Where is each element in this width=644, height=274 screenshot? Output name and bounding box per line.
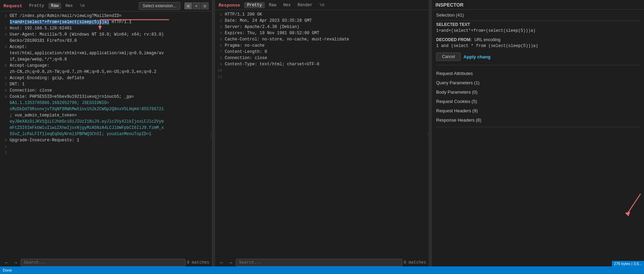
vertical-drag-handle[interactable]: ⋮ [210,11,212,259]
select-extension-button[interactable]: Select extension... [139,2,180,10]
request-line-8: 8 Connection: close [0,87,212,94]
request-title: Request [3,3,22,9]
search-prev-button[interactable]: ← [3,259,10,266]
line-content: Content-Length: 0 [225,49,429,55]
decoded-from-type: URL encoding [474,37,501,42]
inspector-header: INSPECTOR [432,0,644,10]
line-content: Cookie: PHPSESSID=e5bev9u19213luevqjrn1o… [10,94,212,100]
tab-hex-response[interactable]: Hex [280,2,294,8]
response-inspector-divider[interactable]: ⋮ [429,0,432,266]
line-content: HTTP/1.1 200 OK [225,11,429,18]
accordion-label: Response Headers (8) [436,117,481,123]
line-content: Connection: close [225,55,429,61]
apply-changes-button[interactable]: Apply chang [463,53,490,61]
request-line-1: 1 GET /index.php/Admin/mail/viewLog?Mail… [0,13,212,19]
line-number: 7 [215,49,225,55]
line-number: 1 [0,13,10,19]
line-number: 9 [0,94,10,100]
tab-hex-request[interactable]: Hex [63,3,76,9]
response-search-input[interactable] [236,259,402,266]
response-line-9: 9 Content-Type: text/html; charset=UTF-8 [215,61,429,67]
view-toggle-split[interactable]: ⊟ [201,2,209,9]
line-number: 8 [215,55,225,61]
line-number: 1 [0,143,10,150]
response-line-8: 8 Connection: close [215,55,429,61]
tab-render-response[interactable]: Render [295,2,315,8]
view-toggle-list[interactable]: ≡ [193,2,200,9]
tab-raw-response[interactable]: Raw [266,2,279,8]
inspector-action-buttons: Cancel Apply chang [436,53,640,61]
request-line-3: 3 User-Agent: Mozilla/5.0 (Windows NT 10… [0,31,212,38]
view-toggle-grid[interactable]: ⊞ [184,2,192,9]
request-line-11: 1 [0,143,212,150]
request-line-3b: Gecko/20100101 Firefox/83.0 [0,38,212,44]
line-number: 2 [0,150,10,156]
tab-newline-request[interactable]: \n [77,3,87,9]
selected-text-section: SELECTED TEXT 1+and+(select*+from+(selec… [436,22,640,33]
request-search-input[interactable] [21,259,185,266]
accordion-label: Request Cookies (5) [436,99,477,104]
line-number [0,38,10,44]
response-line-1: 1 HTTP/1.1 200 OK [215,11,429,18]
response-line-10: 10 [215,67,429,74]
request-line-4c: if,image/webp,*/*;q=0.8 [0,56,212,63]
tab-pretty-request[interactable]: Pretty [27,3,47,9]
line-number: 9 [215,61,225,67]
decoded-from-label: DECODED FROM: [436,37,472,42]
request-line-5: 5 Accept-Language: [0,63,212,69]
line-number: 7 [0,81,10,87]
response-code-area: 1 HTTP/1.1 200 OK 2 Date: Mon, 24 Apr 20… [215,10,429,259]
line-content: sMzDkDdT9RsnnvjvTXqNf8RWhMw51nv1h2k2CWGp… [10,106,212,112]
line-content: Accept-Encoding: gzip, deflate [10,75,212,81]
inspector-accordion: Request Attributes Query Parameters (1) … [436,67,640,127]
line-content: DNT: 1 [10,81,212,87]
line-number [0,131,10,137]
request-line-7: 7 DNT: 1 [0,81,212,87]
request-line-9: 9 Cookie: PHPSESSID=e5bev9u19213luevqjrn… [0,94,212,100]
line-content: Accept: [10,44,212,50]
line-content: mFtZSI6ImFkbWluIiwiZXhwIjoxNjgyMzA5NzA4L… [10,125,212,131]
line-number [0,19,10,25]
search-next-button[interactable]: → [12,259,19,266]
selection-count: Selection (41) [436,12,640,18]
line-number: 3 [215,24,225,30]
decoded-value: 1 and (select * from (select(sleep(5)))a… [436,44,640,48]
line-content: GET /index.php/Admin/mail/viewLog?MailSe… [10,13,212,19]
accordion-request-headers[interactable]: Request Headers (9) [436,106,640,115]
request-line-2: 2 Host: 192.168.5.128:62461 [0,25,212,31]
request-panel-header: Request Pretty Raw Hex \n Select extensi… [0,0,212,11]
line-content [225,67,429,74]
status-bar: Done [0,266,644,274]
line-number [0,50,10,56]
request-response-divider[interactable]: ⋮ [212,0,215,266]
request-line-9c: sMzDkDdT9RsnnvjvTXqNf8RWhMw51nv1h2k2CWGp… [0,106,212,112]
line-content: Cache-Control: no-store, no-cache, must-… [225,36,429,42]
tab-newline-response[interactable]: \n [317,2,327,8]
accordion-query-parameters[interactable]: Query Parameters (1) [436,78,640,87]
response-search-bar: ← → 0 matches [215,259,429,266]
response-search-next-button[interactable]: → [227,259,234,266]
line-content [225,74,429,80]
accordion-response-headers[interactable]: Response Headers (8) [436,115,640,125]
tab-raw-request[interactable]: Raw [48,3,61,9]
accordion-label: Request Attributes [436,71,473,76]
request-line-selected: 1+and+(select*+from+(select(sleep(5)))a)… [0,19,212,25]
line-number [0,119,10,125]
accordion-request-attributes[interactable]: Request Attributes [436,69,640,78]
accordion-body-parameters[interactable]: Body Parameters (0) [436,87,640,97]
response-vertical-handle[interactable]: ⋮ [427,10,429,259]
line-content: ; vue_admin_template_token= [10,112,212,119]
line-content: Upgrade-Insecure-Requests: 1 [10,137,212,143]
inspector-title: INSPECTOR [435,2,463,8]
response-line-7: 7 Content-Length: 0 [215,49,429,55]
line-number [0,69,10,75]
tab-pretty-response[interactable]: Pretty [244,2,265,8]
line-content: Content-Type: text/html; charset=UTF-8 [225,61,429,67]
cancel-button[interactable]: Cancel [436,53,461,61]
request-match-count: 0 matches [187,260,209,265]
line-number: 10 [215,67,225,74]
response-search-prev-button[interactable]: ← [218,259,225,266]
accordion-request-cookies[interactable]: Request Cookies (5) [436,97,640,106]
request-line-4b: text/html,application/xhtml+xml,applicat… [0,50,212,56]
line-content [10,150,212,156]
